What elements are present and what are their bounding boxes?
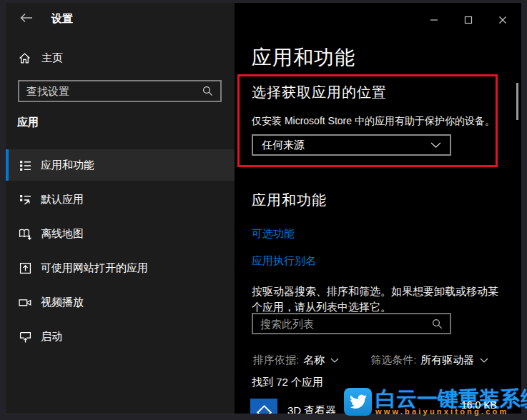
- startup-icon: [19, 331, 31, 343]
- apps-list-description: 按驱动器搜索、排序和筛选。如果想要卸载或移动某个应用，请从列表中选择它。: [252, 284, 508, 315]
- sort-filter-row: 排序依据: 名称 筛选条件: 所有驱动器: [253, 354, 488, 367]
- sidebar-section-label: 应用: [17, 116, 39, 129]
- choose-location-heading: 选择获取应用的位置: [252, 83, 387, 102]
- apps-features-icon: [19, 159, 31, 171]
- close-button[interactable]: [493, 11, 513, 29]
- app-size: 16.0 KB: [461, 399, 497, 411]
- sort-by-label: 排序依据:: [253, 354, 299, 367]
- maximize-button[interactable]: [458, 11, 478, 29]
- minimize-icon: [430, 16, 438, 24]
- app-source-dropdown[interactable]: 任何来源: [252, 134, 451, 156]
- default-apps-icon: [19, 194, 31, 206]
- sidebar-item-home[interactable]: 主页: [19, 49, 63, 67]
- sidebar-item-default-apps[interactable]: 默认应用: [6, 184, 235, 215]
- offline-maps-icon: [19, 228, 31, 240]
- minimize-button[interactable]: [424, 11, 444, 29]
- filter-by-label: 筛选条件:: [370, 354, 416, 367]
- sidebar-item-apps-features[interactable]: 应用和功能: [6, 149, 235, 181]
- 3d-viewer-icon: [250, 399, 277, 414]
- optional-features-link[interactable]: 可选功能: [252, 227, 295, 241]
- search-icon[interactable]: [202, 86, 213, 96]
- page-title: 应用和功能: [252, 44, 355, 71]
- watermark-text: 白云一键重装系统: [375, 388, 527, 409]
- sort-chevron-icon[interactable]: [330, 358, 339, 363]
- app-source-dropdown-value: 任何来源: [262, 139, 305, 152]
- search-icon[interactable]: [432, 319, 443, 329]
- main-pane: 应用和功能 选择获取应用的位置 仅安装 Microsoft Store 中的应用…: [235, 3, 521, 414]
- close-icon: [498, 16, 507, 24]
- window-title: 设置: [51, 12, 73, 26]
- sidebar-item-apps-for-websites[interactable]: 可使用网站打开的应用: [6, 252, 235, 284]
- video-playback-icon: [19, 296, 31, 309]
- settings-window: 设置 主页 应用: [6, 3, 521, 414]
- sidebar-item-label: 启动: [41, 330, 62, 344]
- maximize-icon: [464, 16, 473, 24]
- sidebar-item-label: 默认应用: [41, 193, 84, 206]
- apps-search-input[interactable]: [253, 314, 432, 333]
- sidebar-item-label: 应用和功能: [41, 159, 94, 172]
- app-name: 3D 查看器: [287, 404, 336, 414]
- twitter-bird-icon: [344, 388, 372, 416]
- sidebar: 设置 主页 应用: [6, 3, 235, 414]
- window-controls: [424, 11, 513, 29]
- sort-by-value[interactable]: 名称: [303, 354, 325, 367]
- filter-chevron-icon[interactable]: [480, 358, 488, 363]
- settings-search-input[interactable]: [19, 81, 202, 101]
- sidebar-nav: 应用和功能 默认应用: [6, 149, 235, 355]
- watermark-url: www.baiyunxitong.com: [375, 407, 527, 416]
- sidebar-item-startup[interactable]: 启动: [6, 321, 235, 352]
- sidebar-item-label: 视频播放: [41, 296, 84, 309]
- scrollbar-thumb[interactable]: [516, 83, 518, 120]
- chevron-down-icon: [430, 142, 441, 148]
- back-arrow-icon: [20, 13, 33, 23]
- filter-by-value[interactable]: 所有驱动器: [420, 354, 474, 367]
- sidebar-item-label: 离线地图: [41, 227, 84, 241]
- apps-features-section-heading: 应用和功能: [252, 191, 327, 210]
- selected-accent-bar: [6, 149, 9, 181]
- apps-count-text: 找到 72 个应用: [252, 376, 323, 389]
- sidebar-item-video-playback[interactable]: 视频播放: [6, 286, 235, 318]
- apps-for-websites-icon: [19, 262, 31, 274]
- settings-search-box: [18, 80, 222, 102]
- back-button[interactable]: [16, 10, 37, 26]
- sidebar-item-offline-maps[interactable]: 离线地图: [6, 218, 235, 249]
- app-execution-aliases-link[interactable]: 应用执行别名: [252, 254, 316, 268]
- home-icon: [19, 52, 31, 64]
- choose-location-description: 仅安装 Microsoft Store 中的应用有助于保护你的设备。: [252, 115, 495, 128]
- apps-search-box: [252, 313, 451, 334]
- watermark: 白云一键重装系统 www.baiyunxitong.com: [344, 388, 527, 416]
- sidebar-item-label: 可使用网站打开的应用: [41, 261, 148, 275]
- sidebar-home-label: 主页: [41, 51, 63, 65]
